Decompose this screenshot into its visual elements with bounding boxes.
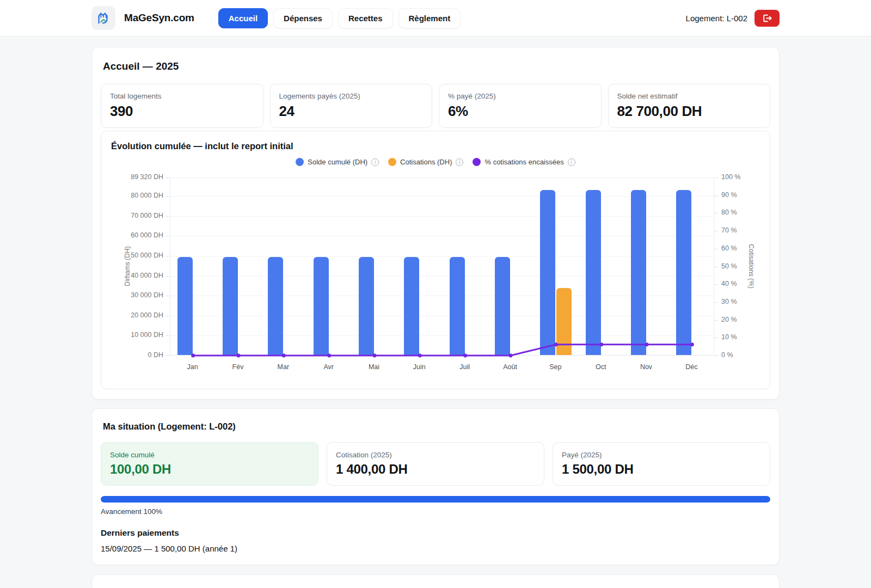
- legend-label: Solde cumulé (DH): [308, 158, 367, 166]
- legend-item-2[interactable]: Cotisations (DH)i: [388, 158, 463, 166]
- y-tick-mark: [715, 231, 718, 231]
- y-axis-tick-label: 20 %: [721, 316, 754, 323]
- y-axis-tick-label: 50 000 DH: [111, 252, 163, 259]
- line-point: [282, 354, 286, 358]
- legend-label: Cotisations (DH): [400, 158, 452, 166]
- y-axis-tick-label: 0 %: [721, 351, 754, 359]
- y-axis-tick-label: 60 %: [721, 244, 754, 252]
- stat-card-logements-payes: Logements payés (2025) 24: [270, 84, 433, 128]
- y-axis-tick-label: 10 000 DH: [111, 331, 163, 339]
- logement-label: Logement: L-002: [686, 14, 747, 23]
- y-tick-mark: [166, 356, 169, 356]
- y-tick-mark: [166, 316, 169, 316]
- payments-title: Derniers paiements: [101, 528, 770, 538]
- y-axis-tick-label: 80 %: [721, 209, 754, 216]
- sit-label: Cotisation (2025): [336, 451, 535, 459]
- legend-dot: [296, 158, 304, 166]
- x-axis-tick-label: Sep: [533, 363, 577, 371]
- brand-name: MaGeSyn.com: [124, 12, 194, 24]
- info-icon[interactable]: i: [568, 158, 575, 166]
- y-tick-mark: [166, 236, 169, 236]
- y-tick-mark: [715, 284, 718, 285]
- y-axis-tick-label: 100 %: [721, 173, 754, 181]
- logout-button[interactable]: [755, 10, 780, 27]
- payment-item: 15/09/2025 — 1 500,00 DH (année 1): [101, 544, 770, 553]
- home-section: Accueil — 2025 Total logements 390 Logem…: [91, 47, 780, 400]
- y-axis-tick-label: 80 000 DH: [111, 192, 163, 199]
- cotisation-card: Cotisation (2025) 1 400,00 DH: [327, 442, 544, 486]
- line-point: [237, 354, 241, 358]
- stat-value: 82 700,00 DH: [617, 103, 762, 120]
- legend-dot: [388, 158, 396, 166]
- stat-label: % payé (2025): [448, 92, 592, 100]
- y-tick-mark: [715, 302, 718, 303]
- stats-grid: Total logements 390 Logements payés (202…: [101, 84, 770, 128]
- x-axis-tick-label: Mar: [261, 363, 305, 371]
- pct-cotisations-line: [170, 177, 715, 356]
- line-point: [509, 354, 513, 358]
- y-axis-tick-label: 30 000 DH: [111, 291, 163, 299]
- tab-accueil[interactable]: Accueil: [218, 8, 268, 28]
- logout-icon: [762, 14, 772, 23]
- info-icon[interactable]: i: [456, 158, 463, 166]
- y-tick-mark: [715, 177, 718, 178]
- tab-reglement[interactable]: Règlement: [398, 8, 461, 28]
- stat-value: 6%: [448, 103, 592, 120]
- sit-label: Solde cumulé: [110, 451, 309, 459]
- y-axis-tick-label: 0 DH: [111, 351, 163, 359]
- line-point: [690, 342, 694, 346]
- stat-label: Logements payés (2025): [279, 92, 424, 100]
- stat-label: Solde net estimatif: [617, 92, 762, 100]
- stat-value: 390: [110, 103, 254, 120]
- stat-card-total-logements: Total logements 390: [101, 84, 263, 128]
- y-axis-tick-label: 89 320 DH: [111, 173, 163, 181]
- y-tick-mark: [166, 196, 169, 197]
- x-axis-tick-label: Avr: [307, 363, 351, 371]
- line-point: [418, 354, 422, 358]
- brand[interactable]: MaGeSyn.com: [91, 6, 194, 30]
- line-point: [554, 342, 558, 346]
- legend-item-1[interactable]: Solde cumulé (DH)i: [296, 158, 379, 166]
- y-axis-tick-label: 40 000 DH: [111, 272, 163, 279]
- legend-item-3[interactable]: % cotisations encaisséesi: [473, 158, 575, 166]
- situation-section: Ma situation (Logement: L-002) Solde cum…: [91, 408, 780, 565]
- y-tick-mark: [166, 276, 169, 277]
- situation-grid: Solde cumulé 100,00 DH Cotisation (2025)…: [101, 442, 770, 486]
- x-axis-tick-label: Fév: [216, 363, 260, 371]
- line-point: [191, 354, 195, 358]
- chart-card: Évolution cumulée — inclut le report ini…: [101, 131, 770, 389]
- line-point: [599, 342, 603, 346]
- tab-recettes[interactable]: Recettes: [338, 8, 393, 28]
- sit-value: 1 500,00 DH: [562, 462, 761, 477]
- x-axis-tick-label: Déc: [670, 363, 713, 371]
- stat-label: Total logements: [110, 92, 254, 100]
- chart-title: Évolution cumulée — inclut le report ini…: [111, 141, 760, 151]
- partial-card: [91, 574, 780, 588]
- y-tick-mark: [715, 213, 718, 213]
- chart-legend: Solde cumulé (DH)iCotisations (DH)i% cot…: [111, 158, 760, 166]
- y-axis-tick-label: 60 000 DH: [111, 231, 163, 239]
- y-axis-tick-label: 10 %: [721, 333, 754, 341]
- y-tick-mark: [715, 320, 718, 321]
- chart-plot: [170, 177, 714, 356]
- chart-area: Dirhams (DH) Cotisations (%) 0 DH10 000 …: [111, 177, 760, 377]
- stat-card-solde-net: Solde net estimatif 82 700,00 DH: [608, 84, 771, 128]
- line-point: [373, 354, 377, 358]
- line-point: [327, 354, 331, 358]
- page-title: Accueil — 2025: [103, 60, 770, 72]
- stat-card-pct-paye: % payé (2025) 6%: [439, 84, 602, 128]
- legend-dot: [473, 158, 481, 166]
- sit-value: 100,00 DH: [110, 462, 309, 477]
- y-axis-tick-label: 50 %: [721, 262, 754, 270]
- y-tick-mark: [715, 267, 718, 267]
- tab-depenses[interactable]: Dépenses: [273, 8, 333, 28]
- x-axis-tick-label: Jan: [171, 363, 214, 371]
- y-axis-tick-label: 30 %: [721, 298, 754, 305]
- sit-label: Payé (2025): [562, 451, 761, 459]
- header: MaGeSyn.com Accueil Dépenses Recettes Rè…: [0, 0, 871, 36]
- y-tick-mark: [166, 296, 169, 296]
- info-icon[interactable]: i: [371, 158, 379, 166]
- progress-fill: [101, 496, 770, 503]
- line-point: [463, 354, 467, 358]
- y-axis-tick-label: 70 000 DH: [111, 212, 163, 219]
